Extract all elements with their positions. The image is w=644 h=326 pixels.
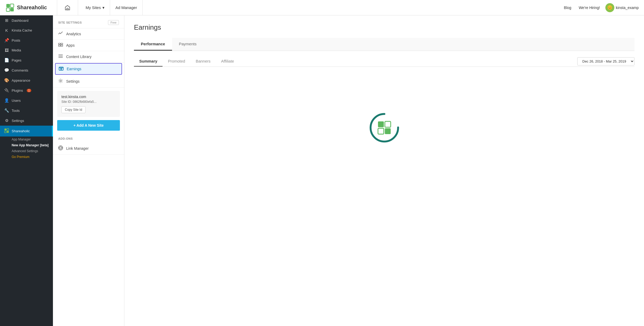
svg-rect-6 (7, 129, 9, 130)
sidebar-label-comments: Comments (12, 68, 28, 72)
svg-rect-9 (58, 43, 60, 45)
sidebar-item-dashboard[interactable]: ⊞ Dashboard (0, 15, 53, 25)
site-nav-content-library[interactable]: Content Library (53, 51, 124, 63)
svg-rect-5 (4, 129, 6, 130)
sidebar-item-comments[interactable]: 💬 Comments (0, 65, 53, 75)
comments-icon: 💬 (4, 68, 9, 73)
svg-rect-25 (385, 121, 391, 127)
site-id: Site ID: 0862fb680efa5... (61, 100, 116, 104)
blog-link[interactable]: Blog (560, 0, 575, 15)
sidebar-sub-advanced-settings[interactable]: Advanced Settings (0, 148, 53, 154)
sidebar-sub-go-premium[interactable]: Go Premium (0, 154, 53, 160)
site-nav-analytics[interactable]: Analytics (53, 28, 124, 40)
sidebar-item-shareaholic[interactable]: Shareaholic (0, 126, 53, 136)
sidebar-item-tools[interactable]: 🔧 Tools (0, 105, 53, 116)
tab-affiliate[interactable]: Affiliate (216, 56, 239, 67)
active-indicator (52, 126, 53, 136)
content-area: SITE SETTINGS Free Analytics (53, 15, 644, 326)
svg-point-18 (60, 80, 61, 82)
tab-performance[interactable]: Performance (134, 38, 172, 51)
copy-site-id-button[interactable]: Copy Site Id (61, 106, 85, 113)
loading-spinner (368, 112, 400, 144)
svg-rect-3 (10, 8, 14, 11)
apps-icon (58, 43, 63, 48)
site-settings-title: SITE SETTINGS (58, 21, 82, 24)
site-info-box: test.kinsta.com Site ID: 0862fb680efa5..… (57, 91, 120, 117)
nav-divider-1 (57, 0, 57, 15)
site-settings-panel: SITE SETTINGS Free Analytics (53, 15, 124, 326)
hiring-link[interactable]: We're Hiring! (575, 0, 604, 15)
sidebar-label-dashboard: Dashboard (12, 19, 29, 23)
svg-point-20 (60, 147, 62, 149)
sidebar-item-media[interactable]: 🖼 Media (0, 45, 53, 55)
logo[interactable]: Shareaholic (5, 3, 52, 12)
sidebar-sub-app-manager[interactable]: App Manager (0, 136, 53, 142)
kinsta-icon: K (4, 28, 9, 33)
my-sites-button[interactable]: My Sites ▾ (80, 0, 110, 15)
plugins-icon: 🔌 (4, 88, 9, 93)
sidebar-item-plugins[interactable]: 🔌 Plugins 1 (0, 85, 53, 95)
posts-icon: 📌 (4, 38, 9, 43)
svg-rect-27 (385, 128, 391, 134)
dropdown-icon: ▾ (102, 5, 105, 10)
site-nav-analytics-label: Analytics (66, 32, 81, 36)
svg-rect-4 (67, 8, 69, 10)
site-nav-content-library-label: Content Library (66, 55, 92, 59)
sidebar-item-kinsta-cache[interactable]: K Kinsta Cache (0, 25, 53, 35)
link-manager-icon (58, 146, 63, 151)
site-domain: test.kinsta.com (61, 95, 116, 99)
svg-rect-12 (61, 45, 63, 46)
svg-rect-10 (61, 43, 63, 45)
pages-icon: 📄 (4, 58, 9, 63)
avatar[interactable]: 😊 (605, 3, 614, 12)
sidebar-item-users[interactable]: 👤 Users (0, 95, 53, 105)
site-id-label: Site ID: (61, 100, 72, 104)
dashboard-icon: ⊞ (4, 18, 9, 23)
settings-icon: ⚙ (4, 118, 9, 123)
plugins-badge: 1 (27, 89, 31, 92)
primary-tab-bar: Performance Payments (134, 38, 634, 51)
sidebar-label-pages: Pages (12, 58, 21, 62)
sidebar-label-plugins: Plugins (12, 89, 23, 92)
add-new-site-button[interactable]: + Add A New Site (57, 120, 120, 131)
nav-divider-2 (78, 0, 78, 15)
site-id-value: 0862fb680efa5... (73, 100, 97, 104)
sidebar-item-pages[interactable]: 📄 Pages (0, 55, 53, 65)
site-nav-earnings-label: Earnings (67, 67, 81, 71)
sidebar-item-settings[interactable]: ⚙ Settings (0, 116, 53, 126)
sidebar-item-appearance[interactable]: 🎨 Appearance (0, 75, 53, 85)
tab-banners[interactable]: Banners (190, 56, 216, 67)
sidebar-label-shareaholic: Shareaholic (12, 129, 30, 133)
site-nav-earnings[interactable]: Earnings (55, 63, 122, 75)
svg-rect-11 (58, 45, 60, 46)
svg-rect-2 (6, 8, 10, 11)
tab-promoted[interactable]: Promoted (163, 56, 190, 67)
sidebar-label-media: Media (12, 48, 21, 52)
site-nav-settings[interactable]: Settings (53, 75, 124, 88)
sidebar-label-posts: Posts (12, 38, 20, 42)
top-navigation: Shareaholic My Sites ▾ Ad Manager Blog W… (0, 0, 644, 15)
spinner-logo (377, 121, 391, 135)
tab-summary[interactable]: Summary (134, 56, 163, 67)
shareaholic-logo-icon (5, 3, 15, 12)
add-ons-section-label: ADD-ONS (53, 133, 124, 142)
wp-sidebar: ⊞ Dashboard K Kinsta Cache 📌 Posts 🖼 Med… (0, 15, 53, 326)
username-label[interactable]: kinsta_examp (616, 6, 639, 10)
date-range-select[interactable]: Dec 26, 2018 - Mar 25, 2019 (577, 57, 634, 65)
site-nav-link-manager[interactable]: Link Manager (53, 142, 124, 155)
svg-rect-1 (10, 4, 14, 7)
tab-payments[interactable]: Payments (172, 38, 204, 51)
ad-manager-button[interactable]: Ad Manager (110, 0, 143, 15)
sidebar-item-posts[interactable]: 📌 Posts (0, 35, 53, 45)
ad-manager-label: Ad Manager (115, 5, 137, 10)
svg-rect-8 (7, 131, 9, 133)
main-content: Earnings Performance Payments Summary Pr… (124, 15, 644, 326)
sidebar-sub-new-app-manager[interactable]: New App Manager [beta] (0, 142, 53, 148)
svg-point-17 (61, 68, 62, 70)
main-layout: ⊞ Dashboard K Kinsta Cache 📌 Posts 🖼 Med… (0, 15, 644, 326)
site-nav-apps[interactable]: Apps (53, 40, 124, 51)
svg-rect-7 (4, 131, 6, 133)
content-library-icon (58, 54, 63, 59)
home-button[interactable] (59, 0, 76, 15)
page-title: Earnings (134, 23, 634, 32)
